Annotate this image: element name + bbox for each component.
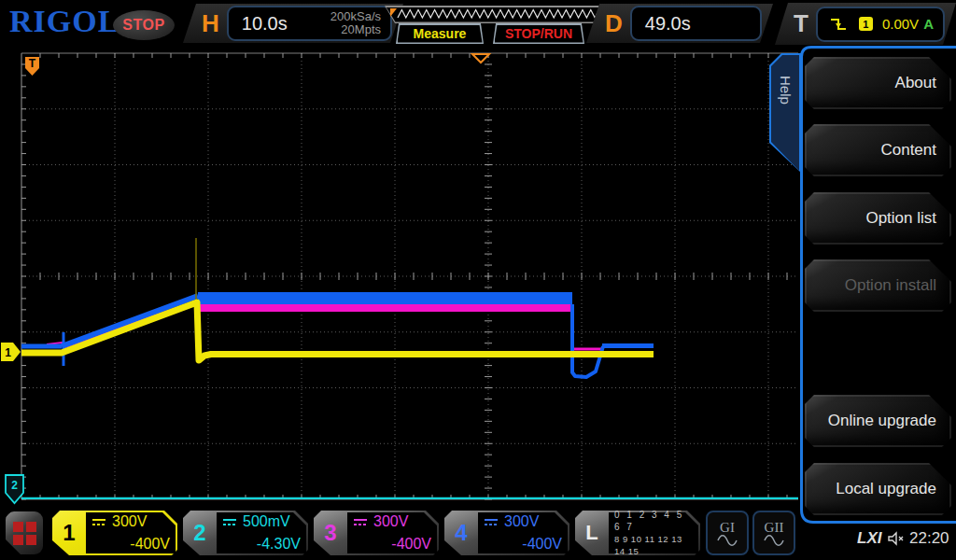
oscilloscope-screen: T12 RIGOL STOP H 10.0s 200kSa/s 20Mpts M… xyxy=(0,0,956,560)
dc-coupling-icon xyxy=(484,517,499,526)
trace-ch4-fall xyxy=(572,304,603,377)
menu-item-option-install: Option install xyxy=(805,259,951,312)
digital-row-0-7: 0 1 2 3 4 5 6 7 xyxy=(614,509,693,533)
waveform-traces xyxy=(21,238,798,498)
digital-channels-status[interactable]: L 0 1 2 3 4 5 6 7 8 9 10 11 12 13 14 15 xyxy=(575,511,700,555)
menu-item-content[interactable]: Content xyxy=(805,124,951,176)
channel-4-number: 4 xyxy=(444,511,478,555)
channel-2-values: 500mV -4.30V xyxy=(222,513,301,553)
generator-2-button[interactable]: GII xyxy=(752,511,795,555)
svg-text:T: T xyxy=(29,57,36,70)
stop-run-button-label: STOP/RUN xyxy=(495,25,583,43)
graticule xyxy=(21,53,798,499)
dc-coupling-icon xyxy=(353,517,368,526)
channel-2-number: 2 xyxy=(183,511,217,555)
measure-button-label: Measure xyxy=(398,25,483,43)
channel-3-values: 300V -400V xyxy=(353,513,431,553)
measure-button[interactable]: Measure xyxy=(396,23,484,44)
trigger-label: T xyxy=(794,9,808,38)
acquisition-state-badge: STOP xyxy=(113,10,175,40)
svg-text:2: 2 xyxy=(11,479,18,492)
trigger-box[interactable]: 1 0.00V A xyxy=(816,7,945,42)
timebase-box[interactable]: 10.0s 200kSa/s 20Mpts xyxy=(227,6,392,41)
generator-1-label: GI xyxy=(720,521,735,535)
trigger-mode: A xyxy=(923,16,934,32)
sine-wave-icon xyxy=(717,535,738,546)
channel-1-number: 1 xyxy=(52,511,86,555)
falling-edge-icon xyxy=(829,17,848,32)
channel-1-scale: 300V xyxy=(112,513,147,530)
clock: 22:20 xyxy=(909,529,949,548)
help-tab-label: Help xyxy=(778,76,794,105)
generator-1-button[interactable]: GI xyxy=(706,511,749,555)
delay-value: 49.0s xyxy=(645,13,691,35)
channel-3-status[interactable]: 3 300V -400V xyxy=(314,511,439,555)
channel-1-status[interactable]: 1 300V -400V xyxy=(52,511,177,555)
dc-coupling-icon xyxy=(222,517,237,526)
menu-item-local-upgrade[interactable]: Local upgrade xyxy=(805,463,951,515)
trace-ch3-fall xyxy=(572,308,602,349)
menu-item-online-upgrade[interactable]: Online upgrade xyxy=(805,395,951,447)
sample-rate: 200kSa/s 20Mpts xyxy=(330,10,381,36)
lxi-logo: LXI xyxy=(857,529,881,548)
menu-item-about[interactable]: About xyxy=(805,57,951,109)
rigol-logo: RIGOL xyxy=(9,4,120,39)
digital-row-8-15: 8 9 10 11 12 13 14 15 xyxy=(614,533,693,557)
horizontal-timebase-group[interactable]: H 10.0s 200kSa/s 20Mpts xyxy=(183,4,403,43)
dc-coupling-icon xyxy=(91,517,106,526)
channel-4-values: 300V -400V xyxy=(484,513,562,553)
trigger-level-value: 0.00V xyxy=(882,16,919,32)
delay-group[interactable]: D 49.0s xyxy=(586,4,773,43)
channel-4-offset: -400V xyxy=(484,536,562,553)
speaker-muted-icon xyxy=(887,531,906,546)
trigger-source-badge: 1 xyxy=(859,17,873,31)
channel-4-scale: 300V xyxy=(504,513,539,530)
channel-2-scale: 500mV xyxy=(243,513,290,530)
trigger-group[interactable]: T 1 0.00V A xyxy=(775,3,956,45)
channel-3-offset: -400V xyxy=(353,536,431,553)
delay-label: D xyxy=(605,9,623,38)
help-tab-bg xyxy=(771,55,799,171)
tab-help[interactable]: Help xyxy=(769,53,801,173)
grid-icon xyxy=(13,522,36,545)
stop-run-button[interactable]: STOP/RUN xyxy=(493,23,584,44)
sine-wave-icon xyxy=(764,535,784,546)
timebase-value: 10.0s xyxy=(242,13,288,35)
menu-item-option-list[interactable]: Option list xyxy=(805,192,951,245)
digital-channel-list: 0 1 2 3 4 5 6 7 8 9 10 11 12 13 14 15 xyxy=(614,513,693,553)
channel-2-status[interactable]: 2 500mV -4.30V xyxy=(183,511,308,555)
horizontal-label: H xyxy=(202,9,219,38)
channel-3-scale: 300V xyxy=(373,513,408,530)
svg-text:1: 1 xyxy=(5,346,11,359)
channel-1-values: 300V -400V xyxy=(91,513,170,553)
channel-1-offset: -400V xyxy=(91,536,170,553)
trace-ch4-ramp xyxy=(62,296,198,346)
delay-box[interactable]: 49.0s xyxy=(630,6,762,41)
channel-4-status[interactable]: 4 300V -400V xyxy=(444,511,569,555)
trigger-time-indicator[interactable] xyxy=(472,54,489,63)
overview-position-marker xyxy=(390,8,397,17)
generator-2-label: GII xyxy=(765,521,784,535)
digital-label: L xyxy=(575,511,609,555)
channel-3-number: 3 xyxy=(314,511,347,555)
channel-2-offset: -4.30V xyxy=(222,536,301,553)
